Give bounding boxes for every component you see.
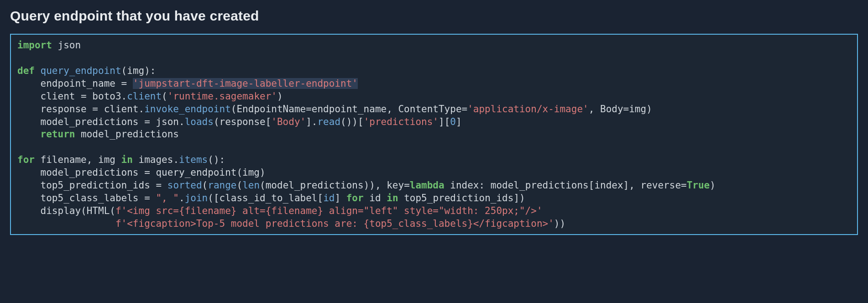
fn-sorted: sorted bbox=[167, 180, 202, 191]
txt: top5_prediction_ids]) bbox=[398, 193, 525, 204]
fn-id: id bbox=[323, 193, 335, 204]
kw-return: return bbox=[17, 129, 75, 140]
str: 'runtime.sagemaker' bbox=[167, 91, 277, 102]
code-cell[interactable]: import json def query_endpoint(img): end… bbox=[10, 34, 858, 235]
txt bbox=[17, 218, 115, 229]
str: 'predictions' bbox=[364, 116, 439, 127]
txt: id bbox=[364, 193, 387, 204]
txt: model_predictions bbox=[75, 129, 179, 140]
kw-for: for bbox=[17, 154, 35, 165]
kw-true: True bbox=[687, 180, 710, 191]
str-fstring1: f'<img src={filename} alt={filename} ali… bbox=[115, 205, 543, 216]
txt: index: model_predictions[index], reverse… bbox=[444, 180, 687, 191]
str: 'application/x-image' bbox=[467, 104, 589, 115]
fn-len: len bbox=[242, 180, 260, 191]
kw-lambda: lambda bbox=[410, 180, 444, 191]
txt: ([class_id_to_label[ bbox=[208, 193, 323, 204]
txt: ] bbox=[335, 193, 346, 204]
txt: filename, img bbox=[35, 154, 121, 165]
fn-name: query_endpoint bbox=[35, 65, 121, 76]
txt: ] bbox=[456, 116, 462, 127]
str-endpoint: 'jumpstart-dft-image-labeller-endpoint' bbox=[133, 78, 358, 89]
fn-join: join bbox=[185, 193, 208, 204]
txt: , Body=img) bbox=[589, 104, 652, 115]
txt: ) bbox=[277, 91, 283, 102]
txt: ())[ bbox=[340, 116, 364, 127]
txt: model_predictions = json. bbox=[17, 116, 185, 127]
txt: json bbox=[52, 40, 81, 51]
txt: model_predictions = query_endpoint(img) bbox=[17, 167, 266, 178]
txt: top5_class_labels = bbox=[17, 193, 156, 204]
txt: . bbox=[179, 193, 185, 204]
txt: (model_predictions)), key= bbox=[260, 180, 410, 191]
txt: response = client. bbox=[17, 104, 144, 115]
fn-invoke: invoke_endpoint bbox=[144, 104, 231, 115]
kw-import: import bbox=[17, 40, 52, 51]
kw-def: def bbox=[17, 65, 35, 76]
txt: (img): bbox=[121, 65, 156, 76]
fn-range: range bbox=[208, 180, 236, 191]
txt: ( bbox=[236, 180, 242, 191]
str: 'Body' bbox=[271, 116, 306, 127]
txt: display(HTML( bbox=[17, 205, 115, 216]
fn-items: items bbox=[179, 154, 208, 165]
txt: )) bbox=[554, 218, 565, 229]
txt: client = boto3. bbox=[17, 91, 127, 102]
txt: ][ bbox=[439, 116, 450, 127]
txt: ) bbox=[710, 180, 716, 191]
fn-read: read bbox=[317, 116, 340, 127]
fn-loads: loads bbox=[185, 116, 214, 127]
txt: ( bbox=[202, 180, 208, 191]
txt: ]. bbox=[306, 116, 317, 127]
str-fstring2: f'<figcaption>Top-5 model predictions ar… bbox=[115, 218, 554, 229]
fn-client: client bbox=[127, 91, 162, 102]
txt: (): bbox=[208, 154, 225, 165]
txt: endpoint_name = bbox=[17, 78, 133, 89]
txt: (EndpointName=endpoint_name, ContentType… bbox=[231, 104, 467, 115]
txt: images. bbox=[133, 154, 179, 165]
kw-in: in bbox=[121, 154, 133, 165]
num: 0 bbox=[450, 116, 456, 127]
txt: ( bbox=[162, 91, 167, 102]
txt: top5_prediction_ids = bbox=[17, 180, 167, 191]
txt: (response[ bbox=[214, 116, 271, 127]
kw-in2: in bbox=[387, 193, 398, 204]
cell-title: Query endpoint that you have created bbox=[10, 8, 858, 24]
notebook-cell-container: Query endpoint that you have created imp… bbox=[0, 0, 868, 235]
str: ", " bbox=[156, 193, 179, 204]
kw-for2: for bbox=[346, 193, 364, 204]
